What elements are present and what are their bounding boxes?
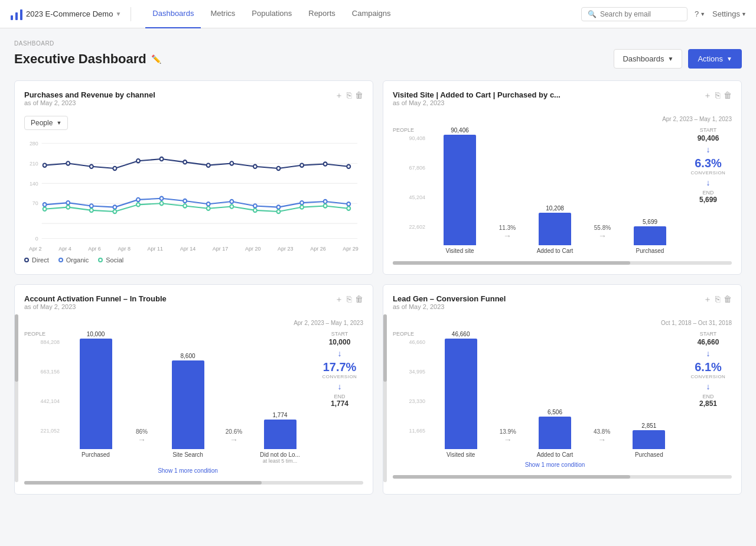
svg-point-16 [90, 165, 93, 168]
x-label-1: Apr 4 [58, 246, 71, 252]
edit-icon[interactable]: ✏️ [151, 54, 161, 64]
legend-social: Social [98, 256, 123, 264]
card2-scrollbar[interactable] [393, 261, 732, 265]
card4-bar2 [539, 417, 571, 449]
card2-y4: 22,602 [409, 224, 425, 230]
card3-bar3-group: 1,774 [249, 331, 311, 449]
card2-bar1-value: 90,406 [451, 127, 469, 134]
card2-bar2-value: 10,208 [546, 205, 564, 212]
card2-bar2-group: 10,208 [525, 127, 585, 245]
card4-label3: Purchased [618, 449, 680, 458]
card4-side-info: START 46,660 ↓ 6.1% CONVERSION ↓ END 2,8… [685, 331, 732, 468]
card3-y1: 884,208 [40, 339, 60, 345]
search-box[interactable]: 🔍 [581, 7, 687, 21]
card3-transition1: 86% → [127, 428, 157, 449]
page-content: DASHBOARD Executive Dashboard ✏️ Dashboa… [0, 28, 756, 506]
card4-bars-row: 46,660 13.9% → 6,506 [430, 331, 680, 449]
tab-campaigns[interactable]: Campaigns [345, 0, 398, 28]
card4-delete-icon[interactable]: 🗑 [724, 294, 732, 305]
card3-people-label: PEOPLE [24, 331, 60, 337]
card2-pct2: 55.8% [594, 225, 611, 231]
svg-point-15 [66, 161, 70, 165]
x-label-6: Apr 17 [213, 246, 229, 252]
card4-transition1: 13.9% → [491, 428, 524, 449]
card4-bar1-value: 46,660 [452, 331, 470, 337]
card4-y3: 23,330 [409, 398, 425, 404]
tab-dashboards[interactable]: Dashboards [145, 0, 201, 28]
actions-button[interactable]: Actions ▼ [688, 49, 742, 69]
card3-label1: Purchased [64, 449, 127, 464]
top-navigation: 2023 E-Commerce Demo ▼ Dashboards Metric… [0, 0, 756, 28]
card1-delete-icon[interactable]: 🗑 [355, 90, 363, 101]
card2-copy-icon[interactable]: ⎘ [715, 90, 720, 101]
svg-point-30 [90, 204, 93, 207]
search-input[interactable] [600, 10, 681, 18]
card4-copy-icon[interactable]: ⎘ [715, 294, 720, 305]
card2-scrollbar-thumb [393, 261, 630, 265]
people-dropdown[interactable]: People ▼ [24, 116, 68, 130]
card3-v-scroll[interactable] [15, 314, 18, 482]
card4-end-value: 2,851 [699, 399, 717, 408]
svg-rect-0 [11, 15, 13, 20]
card4-scrollbar[interactable] [393, 475, 732, 479]
settings-button[interactable]: Settings ▼ [712, 9, 747, 18]
card4-transition2: 43.8% → [586, 428, 618, 449]
svg-point-36 [230, 200, 233, 203]
svg-point-20 [183, 160, 187, 164]
card3-scrollbar-thumb [24, 481, 262, 485]
card4-add-icon[interactable]: ＋ [703, 294, 712, 305]
card1-add-icon[interactable]: ＋ [335, 90, 343, 101]
card4-bar2-value: 6,506 [548, 409, 562, 415]
dashboards-button[interactable]: Dashboards ▼ [614, 49, 682, 69]
card1-subtitle: as of May 2, 2023 [24, 99, 155, 106]
chart-legend: Direct Organic Social [24, 256, 363, 264]
card2-bars-row: 90,406 11.3% → 10,208 [430, 127, 680, 245]
card3-v-scroll-thumb [15, 314, 18, 382]
help-button[interactable]: ? ▼ [695, 9, 705, 18]
legend-direct-label: Direct [32, 256, 49, 264]
settings-label: Settings [712, 9, 740, 18]
svg-point-31 [113, 205, 116, 209]
card2-end-label: END [702, 190, 713, 196]
card3-more-condition[interactable]: Show 1 more condition [64, 467, 311, 474]
brand-selector[interactable]: 2023 E-Commerce Demo ▼ [9, 7, 131, 21]
card2-x-labels: Visited site Added to Cart Purchased [430, 245, 680, 254]
card3-delete-icon[interactable]: 🗑 [355, 294, 363, 305]
card2-y1: 90,408 [409, 135, 425, 141]
svg-rect-1 [15, 12, 18, 20]
svg-point-25 [300, 163, 304, 167]
x-label-4: Apr 11 [148, 246, 164, 252]
legend-social-label: Social [106, 256, 123, 264]
card2-title: Visited Site | Added to Cart | Purchased… [393, 90, 561, 99]
card4-bar1-group: 46,660 [430, 331, 491, 449]
people-dropdown-chevron-icon: ▼ [56, 120, 61, 126]
card3-bar3-value: 1,774 [272, 412, 287, 418]
card3-add-icon[interactable]: ＋ [335, 294, 343, 305]
card2-add-icon[interactable]: ＋ [703, 90, 712, 101]
card1-copy-icon[interactable]: ⎘ [347, 90, 351, 101]
card4-v-scroll-thumb [383, 314, 387, 382]
card4-header: Lead Gen – Conversion Funnel as of May 2… [393, 294, 732, 317]
card2-bar3-value: 5,699 [643, 219, 657, 225]
card3-y-axis: PEOPLE 884,208 663,156 442,104 221,052 [24, 331, 60, 474]
card2-bar1 [444, 135, 476, 245]
legend-organic-dot [58, 258, 63, 262]
card3-copy-icon[interactable]: ⎘ [347, 294, 351, 305]
svg-point-52 [277, 210, 281, 213]
card3-arrow2-icon: → [230, 435, 238, 444]
card3-scrollbar[interactable] [24, 481, 363, 485]
card4-end-label: END [702, 394, 713, 399]
tab-reports[interactable]: Reports [301, 0, 343, 28]
card2-y3: 45,204 [409, 194, 425, 200]
card4-pct2: 43.8% [594, 428, 610, 435]
card4-more-condition[interactable]: Show 1 more condition [430, 462, 680, 468]
card3-end-label: END [334, 394, 345, 399]
card3-title: Account Activation Funnel – In Trouble [24, 294, 167, 303]
tab-populations[interactable]: Populations [245, 0, 299, 28]
card2-delete-icon[interactable]: 🗑 [724, 90, 732, 101]
card2-bars-area: 90,406 11.3% → 10,208 [430, 127, 680, 254]
card3-bar1-group: 10,000 [64, 331, 127, 449]
x-label-9: Apr 26 [310, 246, 326, 252]
tab-metrics[interactable]: Metrics [203, 0, 242, 28]
card4-v-scroll[interactable] [383, 314, 387, 482]
